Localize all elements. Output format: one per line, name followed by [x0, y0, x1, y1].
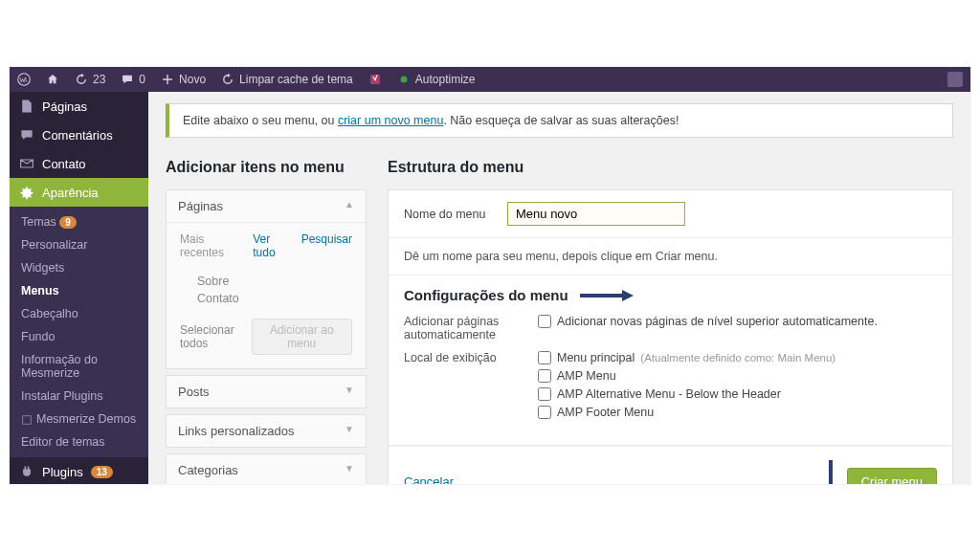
chevron-down-icon: ▼: [345, 463, 354, 477]
cancel-link[interactable]: Cancelar: [404, 474, 454, 485]
svg-point-0: [18, 74, 31, 86]
sidebar-sub-menus[interactable]: Menus: [10, 279, 148, 302]
display-location-label: Local de exibição: [404, 351, 511, 424]
sidebar-sub-instalar[interactable]: Instalar Plugins: [10, 385, 148, 408]
clear-cache-link[interactable]: Limpar cache de tema: [221, 73, 353, 86]
page-item-sobre[interactable]: Sobre: [197, 275, 352, 288]
accordion-head-posts[interactable]: Posts▼: [167, 376, 366, 408]
loc-amp-footer-menu[interactable]: AMP Footer Menu: [538, 406, 937, 419]
admin-sidebar: Páginas Comentários Contato Aparência Te…: [10, 92, 148, 484]
sidebar-sub-widgets[interactable]: Widgets: [10, 256, 148, 279]
sidebar-sub-temas[interactable]: Temas 9: [10, 210, 148, 233]
comments-link[interactable]: 0: [121, 73, 145, 86]
create-new-menu-link[interactable]: criar um novo menu: [338, 114, 443, 127]
select-all-link[interactable]: Selecionar todos: [180, 323, 252, 350]
svg-marker-6: [622, 290, 634, 301]
auto-add-label: Adicionar páginas automaticamente: [404, 315, 511, 342]
settings-heading: Configurações do menu: [404, 287, 634, 303]
updates-count: 23: [93, 73, 105, 86]
loc-amp-menu[interactable]: AMP Menu: [538, 369, 937, 383]
page-item-contato[interactable]: Contato: [197, 292, 352, 305]
add-to-menu-button[interactable]: Adicionar ao menu: [252, 319, 352, 355]
sidebar-sub-editor[interactable]: Editor de temas: [10, 430, 148, 453]
wp-logo[interactable]: [17, 73, 31, 86]
menu-name-label: Nome do menu: [404, 208, 490, 221]
sidebar-item-contato[interactable]: Contato: [10, 149, 148, 178]
accordion-head-links[interactable]: Links personalizados▼: [167, 415, 366, 447]
arrow-right-icon: [578, 290, 634, 301]
sidebar-sub-personalizar[interactable]: Personalizar: [10, 233, 148, 256]
tab-ver-tudo[interactable]: Ver tudo: [253, 232, 289, 259]
accordion-head-categorias[interactable]: Categorias▼: [167, 454, 366, 484]
sidebar-item-comentarios[interactable]: Comentários: [10, 121, 148, 149]
svg-point-2: [400, 77, 407, 83]
chevron-down-icon: ▼: [345, 424, 354, 438]
comments-count: 0: [139, 73, 145, 86]
menu-name-input[interactable]: [507, 202, 685, 226]
arrow-down-icon: [824, 458, 837, 484]
plugins-badge: 13: [91, 466, 113, 478]
loc-amp-alt-menu[interactable]: AMP Alternative Menu - Below the Header: [538, 387, 937, 401]
menu-hint: Dê um nome para seu menu, depois clique …: [404, 250, 718, 263]
avatar[interactable]: [947, 72, 963, 87]
svg-rect-3: [23, 416, 31, 424]
sidebar-item-plugins[interactable]: Plugins 13: [10, 457, 148, 484]
new-link[interactable]: Novo: [161, 73, 206, 86]
main-content: Edite abaixo o seu menu, ou criar um nov…: [148, 92, 970, 484]
loc-menu-principal[interactable]: Menu principal (Atualmente definido como…: [538, 351, 937, 364]
auto-add-checkbox[interactable]: Adicionar novas páginas de nível superio…: [538, 315, 937, 328]
autoptimize-link[interactable]: Autoptimize: [397, 73, 476, 86]
add-items-heading: Adicionar itens no menu: [166, 159, 367, 176]
home-icon[interactable]: [46, 73, 59, 86]
notice-banner: Edite abaixo o seu menu, ou criar um nov…: [166, 103, 953, 138]
create-menu-button[interactable]: Criar menu: [847, 468, 937, 485]
menu-panel: Nome do menu Dê um nome para seu menu, d…: [388, 189, 953, 484]
sidebar-sub-cabecalho[interactable]: Cabeçalho: [10, 302, 148, 325]
chevron-down-icon: ▼: [345, 385, 354, 399]
sidebar-sub-fundo[interactable]: Fundo: [10, 325, 148, 348]
structure-heading: Estrutura do menu: [388, 159, 953, 176]
accordion-paginas: Páginas▲ Mais recentes Ver tudo Pesquisa…: [166, 189, 367, 369]
chevron-up-icon: ▲: [345, 199, 354, 213]
temas-badge: 9: [59, 216, 77, 229]
sidebar-sub-demos[interactable]: Mesmerize Demos: [10, 408, 148, 430]
sidebar-item-aparencia[interactable]: Aparência: [10, 178, 148, 207]
accordion-head-paginas[interactable]: Páginas▲: [167, 190, 366, 222]
tab-recentes[interactable]: Mais recentes: [180, 232, 241, 259]
admin-toolbar: 23 0 Novo Limpar cache de tema Autoptimi…: [10, 67, 970, 92]
yoast-icon[interactable]: [368, 73, 382, 86]
sidebar-item-paginas[interactable]: Páginas: [10, 92, 148, 121]
updates-link[interactable]: 23: [75, 73, 105, 86]
sidebar-sub-info[interactable]: Informação do Mesmerize: [10, 348, 148, 385]
tab-pesquisar[interactable]: Pesquisar: [301, 232, 352, 259]
